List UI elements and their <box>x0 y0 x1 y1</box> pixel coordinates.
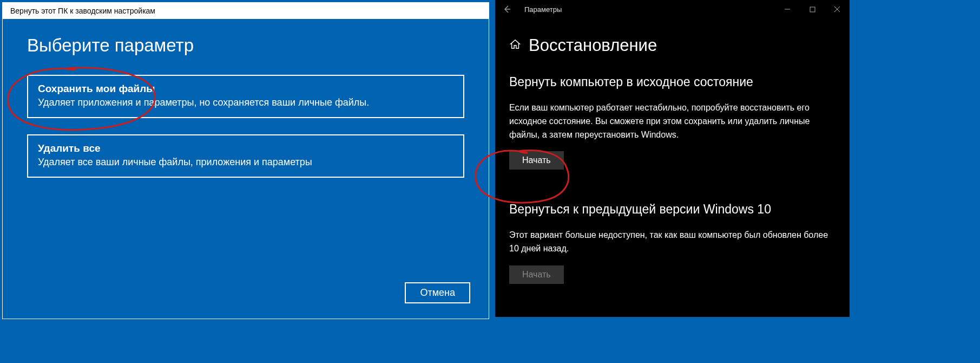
close-icon <box>834 6 840 12</box>
minimize-button[interactable] <box>775 0 800 18</box>
section-desc-rollback: Этот вариант больше недоступен, так как … <box>509 229 836 256</box>
reset-dialog: Вернуть этот ПК к заводским настройкам В… <box>2 2 489 319</box>
back-arrow-icon <box>503 5 511 14</box>
option-remove-all[interactable]: Удалить все Удаляет все ваши личные файл… <box>27 134 464 178</box>
home-icon <box>509 38 521 53</box>
start-rollback-button: Начать <box>509 265 564 284</box>
option-title: Сохранить мои файлы <box>38 83 453 95</box>
page-heading: Восстановление <box>529 36 657 55</box>
settings-titlebar: Параметры <box>495 0 850 18</box>
back-button[interactable] <box>495 5 519 14</box>
settings-title: Параметры <box>519 5 775 14</box>
option-desc: Удаляет все ваши личные файлы, приложени… <box>38 157 453 168</box>
section-title-reset: Вернуть компьютер в исходное состояние <box>509 75 836 89</box>
minimize-icon <box>784 6 791 12</box>
section-title-rollback: Вернуться к предыдущей версии Windows 10 <box>509 202 836 217</box>
dialog-titlebar: Вернуть этот ПК к заводским настройкам <box>3 3 489 19</box>
start-reset-button[interactable]: Начать <box>509 151 564 170</box>
settings-window: Параметры Восстановление Вернуть компьют… <box>495 0 850 317</box>
close-button[interactable] <box>825 0 850 18</box>
dialog-heading: Выберите параметр <box>27 35 464 56</box>
option-title: Удалить все <box>38 142 453 154</box>
svg-rect-0 <box>810 7 815 12</box>
section-desc-reset: Если ваш компьютер работает нестабильно,… <box>509 101 836 141</box>
option-keep-files[interactable]: Сохранить мои файлы Удаляет приложения и… <box>27 75 464 118</box>
cancel-button[interactable]: Отмена <box>405 282 470 303</box>
maximize-icon <box>810 7 815 12</box>
maximize-button[interactable] <box>800 0 825 18</box>
option-desc: Удаляет приложения и параметры, но сохра… <box>38 97 453 108</box>
